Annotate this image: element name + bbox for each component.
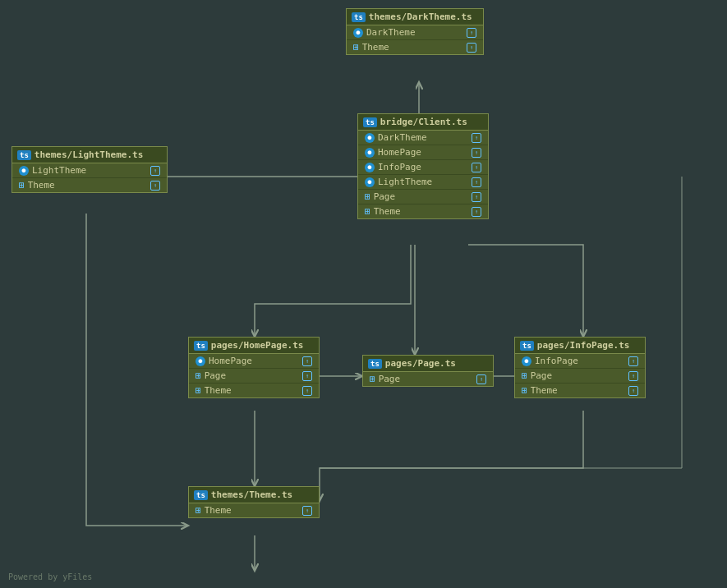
export-icon-9: ↑ <box>472 192 481 202</box>
export-icon-12: ↑ <box>302 371 312 381</box>
export-icon-7: ↑ <box>472 163 481 172</box>
client-row-infopage: ● InfoPage ↑ <box>358 160 488 175</box>
node-theme-ts[interactable]: ts themes/Theme.ts ⊞ Theme ↑ <box>188 486 320 518</box>
class-icon-6: ● <box>365 177 375 187</box>
home-page-row-homepage: ● HomePage ↑ <box>189 354 319 369</box>
export-icon-8: ↑ <box>472 177 481 187</box>
node-dark-theme-title: themes/DarkTheme.ts <box>369 11 472 22</box>
ts-badge-7: ts <box>194 490 208 500</box>
node-info-page-title: pages/InfoPage.ts <box>537 340 630 351</box>
home-page-row-theme: ⊞ Theme ↑ <box>189 384 319 397</box>
export-icon-16: ↑ <box>628 371 638 381</box>
node-theme-ts-header: ts themes/Theme.ts <box>189 487 319 503</box>
client-row-page: ⊞ Page ↑ <box>358 190 488 204</box>
node-client-title: bridge/Client.ts <box>380 117 467 127</box>
export-icon-10: ↑ <box>472 207 481 217</box>
ts-badge-2: ts <box>17 150 31 160</box>
node-theme-ts-title: themes/Theme.ts <box>211 489 292 500</box>
node-light-theme-title: themes/LightTheme.ts <box>35 149 143 160</box>
row-label-hp-page: Page <box>205 370 227 381</box>
row-label-client-homepage: HomePage <box>378 147 421 158</box>
struct-icon-4: ⊞ <box>365 206 370 217</box>
row-label-hp-theme: Theme <box>205 385 232 396</box>
struct-icon-5: ⊞ <box>196 370 201 381</box>
export-icon-14: ↑ <box>476 374 486 384</box>
export-icon-18: ↑ <box>302 506 312 516</box>
export-icon-15: ↑ <box>628 356 638 366</box>
node-light-theme-header: ts themes/LightTheme.ts <box>12 147 167 163</box>
node-info-page-header: ts pages/InfoPage.ts <box>515 338 645 354</box>
export-icon-4: ↑ <box>150 181 160 191</box>
client-row-homepage: ● HomePage ↑ <box>358 145 488 160</box>
row-label-ip-infopage: InfoPage <box>535 356 578 366</box>
class-icon: ● <box>353 28 363 38</box>
row-label-ip-page: Page <box>531 370 553 381</box>
class-icon-2: ● <box>19 166 29 176</box>
struct-icon-9: ⊞ <box>522 385 527 396</box>
node-page-ts-header: ts pages/Page.ts <box>363 356 493 372</box>
ts-badge-3: ts <box>363 117 377 127</box>
struct-icon-2: ⊞ <box>19 180 25 191</box>
info-page-row-infopage: ● InfoPage ↑ <box>515 354 645 369</box>
powered-by-label: Powered by yFiles <box>8 572 92 581</box>
row-label-pts-page: Page <box>379 374 401 384</box>
row-label-client-darktheme: DarkTheme <box>378 132 427 143</box>
class-icon-7: ● <box>196 356 205 366</box>
ts-badge-6: ts <box>520 341 534 351</box>
dark-theme-row-darktheme: ● DarkTheme ↑ <box>347 25 483 40</box>
struct-icon-8: ⊞ <box>522 370 527 381</box>
node-home-page-header: ts pages/HomePage.ts <box>189 338 319 354</box>
export-icon-6: ↑ <box>472 148 481 158</box>
class-icon-8: ● <box>522 356 531 366</box>
node-home-page-title: pages/HomePage.ts <box>211 340 304 351</box>
dark-theme-row-theme: ⊞ Theme ↑ <box>347 40 483 54</box>
node-client-header: ts bridge/Client.ts <box>358 114 488 131</box>
node-page-ts[interactable]: ts pages/Page.ts ⊞ Page ↑ <box>362 355 494 387</box>
node-page-ts-title: pages/Page.ts <box>385 358 456 369</box>
export-icon-17: ↑ <box>628 386 638 396</box>
row-label-ip-theme: Theme <box>531 385 558 396</box>
client-row-darktheme: ● DarkTheme ↑ <box>358 131 488 145</box>
node-light-theme[interactable]: ts themes/LightTheme.ts ● LightTheme ↑ ⊞… <box>12 146 168 193</box>
class-icon-3: ● <box>365 133 375 143</box>
struct-icon-7: ⊞ <box>370 374 375 384</box>
theme-ts-row-theme: ⊞ Theme ↑ <box>189 503 319 517</box>
page-ts-row-page: ⊞ Page ↑ <box>363 372 493 386</box>
struct-icon: ⊞ <box>353 42 359 53</box>
row-label-darktheme: DarkTheme <box>366 27 416 38</box>
node-home-page[interactable]: ts pages/HomePage.ts ● HomePage ↑ ⊞ Page… <box>188 337 320 398</box>
export-icon-2: ↑ <box>467 43 476 53</box>
row-label-client-infopage: InfoPage <box>378 162 421 172</box>
node-info-page[interactable]: ts pages/InfoPage.ts ● InfoPage ↑ ⊞ Page… <box>514 337 646 398</box>
client-row-theme: ⊞ Theme ↑ <box>358 204 488 218</box>
row-label-hp-homepage: HomePage <box>209 356 252 366</box>
struct-icon-3: ⊞ <box>365 191 370 202</box>
export-icon: ↑ <box>467 28 476 38</box>
export-icon-13: ↑ <box>302 386 312 396</box>
export-icon-11: ↑ <box>302 356 312 366</box>
class-icon-5: ● <box>365 163 375 172</box>
row-label-theme-2: Theme <box>28 180 55 191</box>
struct-icon-10: ⊞ <box>196 505 201 516</box>
class-icon-4: ● <box>365 148 375 158</box>
node-dark-theme-header: ts themes/DarkTheme.ts <box>347 9 483 25</box>
export-icon-5: ↑ <box>472 133 481 143</box>
row-label-client-page: Page <box>374 191 396 202</box>
node-client[interactable]: ts bridge/Client.ts ● DarkTheme ↑ ● Home… <box>357 113 489 219</box>
ts-badge-4: ts <box>194 341 208 351</box>
row-label-client-lighttheme: LightTheme <box>378 177 432 187</box>
row-label-lighttheme: LightTheme <box>32 165 86 176</box>
light-theme-row-lighttheme: ● LightTheme ↑ <box>12 163 167 178</box>
info-page-row-page: ⊞ Page ↑ <box>515 369 645 384</box>
row-label-theme: Theme <box>362 42 389 53</box>
row-label-theme-theme: Theme <box>205 505 232 516</box>
home-page-row-page: ⊞ Page ↑ <box>189 369 319 384</box>
info-page-row-theme: ⊞ Theme ↑ <box>515 384 645 397</box>
ts-badge-5: ts <box>368 359 382 369</box>
client-row-lighttheme: ● LightTheme ↑ <box>358 175 488 190</box>
row-label-client-theme: Theme <box>374 206 401 217</box>
export-icon-3: ↑ <box>150 166 160 176</box>
light-theme-row-theme: ⊞ Theme ↑ <box>12 178 167 192</box>
node-dark-theme[interactable]: ts themes/DarkTheme.ts ● DarkTheme ↑ ⊞ T… <box>346 8 484 55</box>
struct-icon-6: ⊞ <box>196 385 201 396</box>
